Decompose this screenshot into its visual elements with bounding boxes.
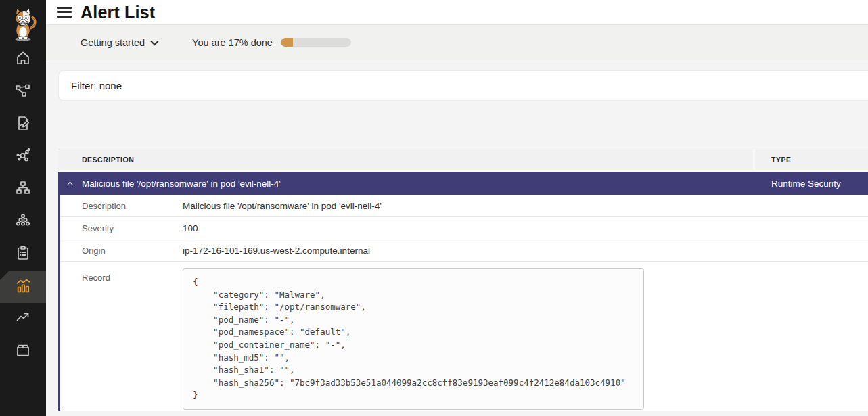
filter-text: Filter: none <box>71 80 122 91</box>
sidebar-item-cluster[interactable] <box>0 206 46 238</box>
detail-row-record: Record { "category": "Malware", "filepat… <box>60 262 868 411</box>
sidebar-item-compliance[interactable] <box>0 238 46 271</box>
main-area: Alert List Getting started You are 17% d… <box>46 0 868 416</box>
content-area: Filter: none DESCRIPTION TYPE Malicious … <box>46 60 868 416</box>
alert-details-panel: Description Malicious file '/opt/ransomw… <box>58 195 868 411</box>
progress-bar-fill <box>281 38 293 47</box>
page-title: Alert List <box>81 3 155 22</box>
table-header: DESCRIPTION TYPE <box>58 149 868 172</box>
detail-row-severity: Severity 100 <box>60 217 868 239</box>
sidebar <box>0 0 46 416</box>
policy-report-icon <box>15 115 31 134</box>
sidebar-item-policies[interactable] <box>0 108 46 141</box>
detail-value: Malicious file '/opt/ransomware' in pod … <box>183 201 382 211</box>
detail-value: 100 <box>183 223 198 233</box>
detail-row-description: Description Malicious file '/opt/ransomw… <box>60 195 868 217</box>
record-json-box: { "category": "Malware", "filepath": "/o… <box>183 268 644 410</box>
cluster-icon <box>15 212 31 231</box>
column-header-type[interactable]: TYPE <box>753 149 868 170</box>
getting-started-bar: Getting started You are 17% done <box>46 25 868 60</box>
sitemap-icon <box>15 180 31 199</box>
sidebar-item-archive[interactable] <box>0 336 46 368</box>
record-json-text: { "category": "Malware", "filepath": "/o… <box>193 276 634 402</box>
detail-label: Severity <box>60 223 183 233</box>
sidebar-item-home[interactable] <box>0 43 46 76</box>
getting-started-label: Getting started <box>81 37 145 48</box>
getting-started-dropdown[interactable]: Getting started <box>81 37 159 48</box>
chevron-up-icon[interactable] <box>58 179 82 189</box>
alert-description-text: Malicious file '/opt/ransomware' in pod … <box>82 179 281 189</box>
column-header-description[interactable]: DESCRIPTION <box>58 149 753 170</box>
tigera-cat-logo[interactable] <box>0 0 46 43</box>
chevron-down-icon <box>150 37 159 48</box>
sidebar-item-alerts[interactable] <box>0 271 46 303</box>
detail-label: Record <box>60 268 183 283</box>
alert-type-cell: Runtime Security <box>753 179 868 189</box>
clipboard-icon <box>15 245 31 264</box>
trending-up-icon <box>15 310 31 329</box>
detail-value: ip-172-16-101-169.us-west-2.compute.inte… <box>183 246 370 256</box>
sidebar-item-sitemap[interactable] <box>0 173 46 206</box>
detail-label: Origin <box>60 246 183 256</box>
threat-graph-icon <box>15 147 31 166</box>
alert-description-cell: Malicious file '/opt/ransomware' in pod … <box>58 179 753 189</box>
top-header: Alert List <box>46 0 868 25</box>
sidebar-item-trends[interactable] <box>0 303 46 336</box>
table-row-alert[interactable]: Malicious file '/opt/ransomware' in pod … <box>58 172 868 195</box>
progress-text: You are 17% done <box>192 37 273 48</box>
box-icon <box>15 342 31 361</box>
progress-bar <box>281 38 351 47</box>
detail-row-origin: Origin ip-172-16-101-169.us-west-2.compu… <box>60 239 868 262</box>
detail-label: Description <box>60 201 183 211</box>
filter-bar[interactable]: Filter: none <box>58 70 868 101</box>
hamburger-menu-icon[interactable] <box>57 7 72 18</box>
service-graph-icon <box>15 83 31 101</box>
sidebar-item-threat-graph[interactable] <box>0 141 46 173</box>
sidebar-item-service-graph[interactable] <box>0 76 46 108</box>
alerts-table: DESCRIPTION TYPE Malicious file '/opt/ra… <box>58 149 868 411</box>
home-icon <box>15 50 31 69</box>
alerts-chart-icon <box>15 277 32 297</box>
